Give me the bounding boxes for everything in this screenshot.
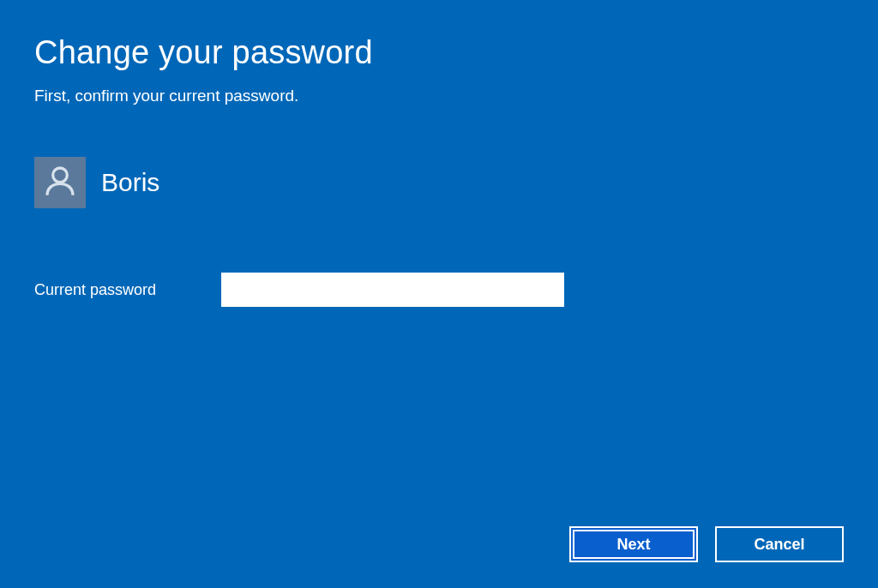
main-content: Change your password First, confirm your…	[0, 0, 878, 307]
user-row: Boris	[34, 157, 844, 208]
page-title: Change your password	[34, 34, 844, 71]
user-icon	[43, 164, 77, 201]
avatar	[34, 157, 86, 208]
next-button[interactable]: Next	[569, 526, 698, 562]
svg-point-0	[53, 168, 68, 183]
current-password-label: Current password	[34, 281, 171, 299]
cancel-button[interactable]: Cancel	[715, 526, 844, 562]
button-row: Next Cancel	[569, 526, 844, 562]
username: Boris	[101, 168, 159, 197]
password-field-row: Current password	[34, 273, 844, 307]
current-password-input[interactable]	[221, 273, 564, 307]
subtitle: First, confirm your current password.	[34, 87, 844, 105]
